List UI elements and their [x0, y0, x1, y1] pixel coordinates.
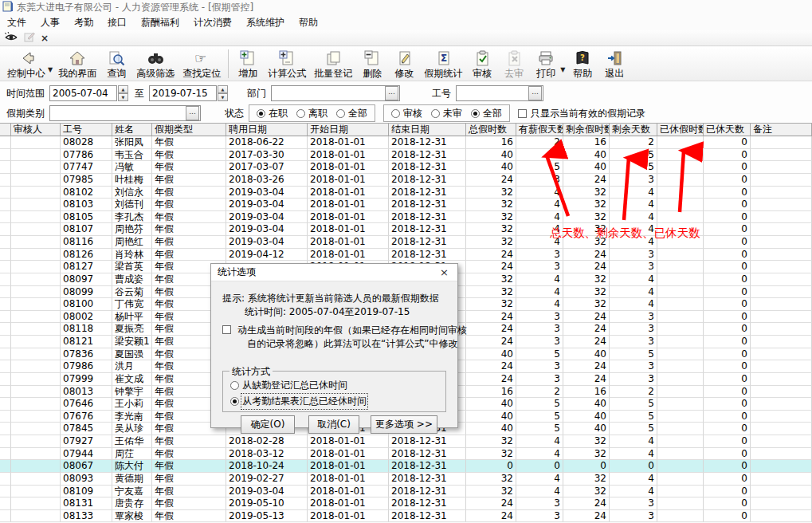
- table-cell: [657, 373, 704, 386]
- toolbar-button[interactable]: 删除: [356, 48, 388, 79]
- status-radio[interactable]: 离职: [296, 107, 328, 120]
- menu-item[interactable]: 人事: [33, 14, 67, 31]
- table-row[interactable]: 07985叶桂梅年假2018-03-262018-01-012018-12-31…: [0, 174, 812, 187]
- cancel-button[interactable]: 取消(C): [308, 415, 359, 434]
- ok-button[interactable]: 确定(O): [241, 415, 295, 434]
- toolbar-button[interactable]: ☞查找定位: [178, 48, 225, 79]
- toolbar-button[interactable]: 打印: [530, 48, 562, 79]
- grid-column-header[interactable]: 工号: [61, 123, 112, 136]
- grid-column-header[interactable]: 剩余假时数: [563, 123, 610, 136]
- table-row[interactable]: 08107周艳芬年假2019-03-042018-01-012018-12-31…: [0, 223, 812, 236]
- table-cell: 谷云菊: [112, 286, 152, 299]
- toolbar-button[interactable]: 我的界面: [54, 48, 100, 79]
- table-row[interactable]: 08102刘信永年假2019-03-042018-01-012018-12-31…: [0, 187, 812, 199]
- eye-icon[interactable]: [4, 32, 18, 45]
- table-row[interactable]: 08103刘德刊年假2019-03-042018-01-012018-12-31…: [0, 199, 812, 211]
- menu-item[interactable]: 薪酬福利: [134, 14, 186, 31]
- table-cell: 40: [466, 411, 516, 423]
- date-to-input[interactable]: [149, 85, 217, 101]
- audit-radio[interactable]: 审核: [391, 107, 422, 120]
- table-row[interactable]: 08105李孔杰年假2019-03-042018-01-012018-12-31…: [0, 211, 812, 224]
- menu-item[interactable]: 接口: [100, 14, 134, 31]
- table-cell: 0: [704, 497, 751, 510]
- table-row[interactable]: 08131唐贵存年假2019-05-102018-01-012018-12-31…: [0, 497, 812, 510]
- table-cell: 2018-12-31: [389, 486, 466, 498]
- audit-radio[interactable]: 未审: [431, 107, 462, 120]
- table-cell: 0: [704, 161, 751, 174]
- table-cell: 2017-03-30: [226, 149, 308, 162]
- table-row[interactable]: 07747冯敏年假2017-03-072018-01-012018-12-314…: [0, 161, 812, 174]
- toolbar-button[interactable]: 退出: [598, 48, 630, 79]
- grid-column-header[interactable]: 开始日期: [308, 123, 389, 136]
- table-cell: [11, 460, 61, 473]
- grid-column-header[interactable]: 备注: [751, 123, 812, 136]
- toolbar-button[interactable]: ?帮助: [567, 48, 598, 79]
- auto-generate-checkbox[interactable]: [222, 324, 231, 336]
- dropdown-caret-icon[interactable]: ▼: [48, 66, 53, 73]
- menu-item[interactable]: 考勤: [67, 14, 100, 31]
- table-cell: 32: [466, 435, 516, 448]
- table-cell: 0: [704, 336, 751, 348]
- close-icon[interactable]: ×: [41, 33, 49, 44]
- status-radio[interactable]: 在职: [257, 107, 288, 120]
- grid-column-header[interactable]: 结束日期: [389, 123, 466, 136]
- grid-column-header[interactable]: 剩余天数: [610, 123, 657, 136]
- table-row[interactable]: 07944周茳年假2018-03-122018-01-012018-12-313…: [0, 448, 812, 461]
- toolbar-button[interactable]: 高级筛选: [132, 48, 178, 79]
- table-cell: 40: [466, 423, 516, 435]
- toolbar-button[interactable]: Σ假期统计: [420, 48, 466, 79]
- toolbar-button[interactable]: 增加: [232, 48, 264, 79]
- dialog-close-icon[interactable]: ×: [437, 266, 451, 278]
- menu-item[interactable]: 帮助: [292, 14, 325, 31]
- table-row[interactable]: 08093黄德期年假2019-02-272018-01-012018-12-31…: [0, 473, 812, 486]
- table-cell: 年假: [152, 473, 226, 486]
- grid-column-header[interactable]: 已休天数: [704, 123, 751, 136]
- grid-column-header[interactable]: 已休假时数: [657, 123, 704, 136]
- radio-from-absence[interactable]: 从缺勤登记汇总已休时间: [230, 379, 347, 392]
- table-row[interactable]: 08126肖玲林年假2019-04-122018-01-012018-12-31…: [0, 249, 812, 262]
- toolbar-button[interactable]: 审核: [466, 48, 498, 79]
- table-cell: 0: [704, 373, 751, 386]
- table-cell: 07985: [61, 174, 112, 187]
- valid-records-checkbox[interactable]: 只显示当前有效的假期记录: [518, 107, 645, 120]
- table-row[interactable]: 08028张阳凤年假2018-06-222018-01-012018-12-31…: [0, 136, 812, 149]
- toolbar-button[interactable]: 查询: [100, 48, 132, 79]
- toolbar-button[interactable]: 修改: [388, 48, 420, 79]
- table-row[interactable]: 08109宁友嘉年假2019-03-042018-01-012018-12-31…: [0, 486, 812, 498]
- grid-column-header[interactable]: 假期类型: [152, 123, 226, 136]
- table-row[interactable]: 08116周艳红年假2019-03-042018-01-012018-12-31…: [0, 236, 812, 249]
- toolbar-button[interactable]: 计算公式: [264, 48, 310, 79]
- toolbar-button[interactable]: 批量登记: [310, 48, 356, 79]
- toolbar-button[interactable]: 控制中心: [3, 48, 49, 79]
- table-cell: 0: [516, 460, 563, 473]
- date-from-spinner[interactable]: ▲▼: [118, 85, 128, 101]
- row-gutter: [0, 497, 11, 510]
- menu-item[interactable]: 计次消费: [186, 14, 239, 31]
- table-row[interactable]: 08067陈大付年假2018-10-242018-01-012018-12-31…: [0, 460, 812, 473]
- emp-browse-button[interactable]: ...: [528, 86, 542, 100]
- dept-browse-button[interactable]: ...: [385, 86, 398, 100]
- dept-input[interactable]: [271, 85, 400, 101]
- table-row[interactable]: 07786韦玉合年假2017-03-302018-01-012018-12-31…: [0, 149, 812, 162]
- grid-column-header[interactable]: 审核人: [11, 123, 61, 136]
- note-edit-icon[interactable]: [24, 32, 35, 45]
- date-to-spinner[interactable]: ▲▼: [218, 85, 228, 101]
- status-radio[interactable]: 全部: [336, 107, 367, 120]
- leave-type-browse-button[interactable]: ...: [186, 106, 199, 120]
- grid-column-header[interactable]: 有薪假天数: [516, 123, 563, 136]
- table-row[interactable]: 07927王佑华年假2018-02-282018-01-012018-12-31…: [0, 435, 812, 448]
- audit-radio[interactable]: 全部: [471, 107, 502, 120]
- menu-item[interactable]: 文件: [0, 14, 33, 31]
- date-from-input[interactable]: [49, 85, 117, 101]
- more-options-button[interactable]: 更多选项 >>: [371, 415, 437, 434]
- grid-column-header[interactable]: 总假时数: [466, 123, 516, 136]
- table-row[interactable]: 08133覃家梭年假2019-05-132018-01-012018-12-31…: [0, 510, 812, 523]
- menu-item[interactable]: 系统维护: [239, 14, 292, 31]
- dropdown-caret-icon[interactable]: ▼: [560, 66, 565, 73]
- radio-from-attendance[interactable]: 从考勤结果表汇总已经休时间: [230, 395, 367, 408]
- grid-column-header[interactable]: 聘用日期: [226, 123, 308, 136]
- leave-type-input[interactable]: [49, 105, 201, 121]
- table-cell: 年假: [152, 497, 226, 510]
- table-cell: 08103: [61, 199, 112, 211]
- grid-column-header[interactable]: 姓名: [112, 123, 152, 136]
